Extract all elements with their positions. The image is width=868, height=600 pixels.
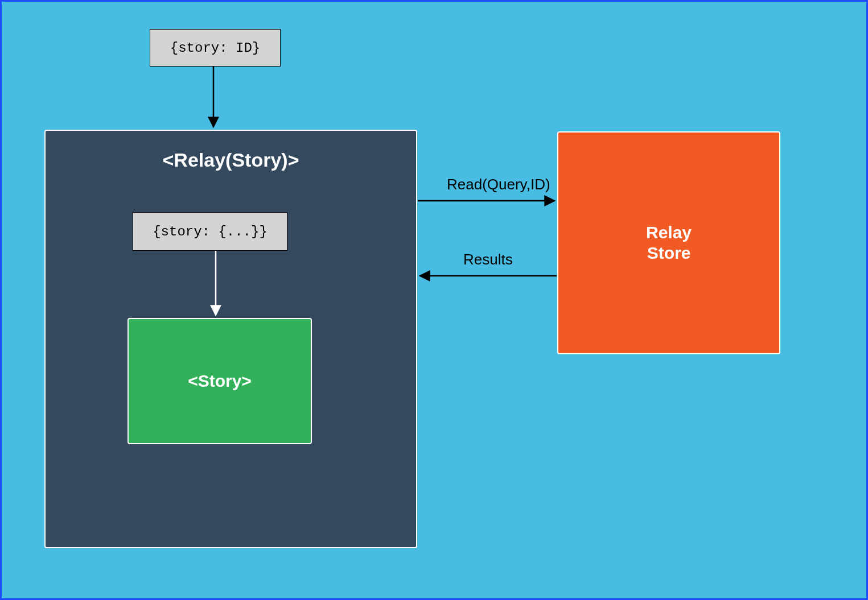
story-props-label: {story: {...}} [153, 224, 268, 239]
results-arrow-label: Results [463, 251, 513, 268]
relay-store-line1: Relay [646, 223, 692, 242]
relay-store-label: Relay Store [646, 222, 692, 263]
relay-store-line2: Store [647, 243, 691, 262]
story-props-box: {story: {...}} [133, 212, 287, 251]
story-component-label: <Story> [188, 371, 252, 391]
diagram-canvas: {story: ID} <Relay(Story)> {story: {...}… [0, 0, 868, 600]
story-id-label: {story: ID} [170, 40, 260, 56]
relay-story-title: <Relay(Story)> [46, 149, 416, 171]
read-arrow-label: Read(Query,ID) [447, 176, 550, 193]
story-id-box: {story: ID} [150, 29, 281, 67]
relay-store-box: Relay Store [557, 131, 780, 354]
story-component-box: <Story> [127, 318, 312, 444]
